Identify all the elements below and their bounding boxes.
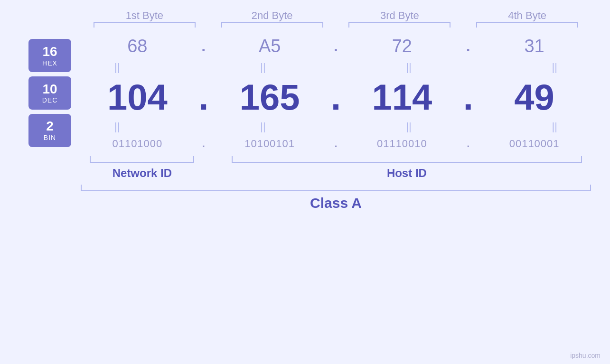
hex-dot3: . xyxy=(459,37,478,55)
eq2-dot1 xyxy=(154,121,227,133)
dec-row: 104 . 165 . 114 . 49 xyxy=(81,75,591,120)
bin-base-label: BIN xyxy=(44,134,56,141)
eq1-dot1 xyxy=(154,61,227,74)
main-content-area: 16 HEX 10 DEC 2 BIN 68 . A5 xyxy=(19,32,591,154)
bracket-b3 xyxy=(336,22,464,28)
bracket-top-b4 xyxy=(476,22,578,28)
dec-dot3: . xyxy=(459,76,478,118)
bin-b4: 00110001 xyxy=(478,138,591,150)
hex-dot2: . xyxy=(327,37,346,55)
bin-b1: 01101000 xyxy=(81,138,194,150)
eq2-b1: || xyxy=(81,121,154,133)
bin-dot1: . xyxy=(194,138,213,150)
dec-b4: 49 xyxy=(478,79,591,115)
network-id-label: Network ID xyxy=(113,167,172,179)
dec-b2: 165 xyxy=(213,79,327,115)
bracket-top-b3 xyxy=(348,22,450,28)
byte3-header: 3rd Byte xyxy=(336,9,464,22)
class-bracket xyxy=(81,185,591,191)
eq2-b4: || xyxy=(518,121,591,133)
byte-headers-row: 1st Byte 2nd Byte 3rd Byte 4th Byte xyxy=(19,9,591,22)
bottom-brackets-section: Network ID Host ID xyxy=(19,156,591,180)
dec-dot2: . xyxy=(327,76,346,118)
bin-b2: 10100101 xyxy=(213,138,327,150)
byte4-header: 4th Byte xyxy=(463,9,591,22)
host-bracket-container xyxy=(223,156,591,163)
top-brackets-row xyxy=(19,22,591,28)
bin-row: 01101000 . 10100101 . 01110010 . 0011000… xyxy=(81,134,591,154)
dec-base-num: 10 xyxy=(42,82,57,97)
bracket-b4 xyxy=(463,22,591,28)
watermark: ipshu.com xyxy=(570,352,601,359)
network-bracket-container xyxy=(81,156,204,163)
bin-b3: 01110010 xyxy=(346,138,459,150)
bin-dot3: . xyxy=(459,138,478,150)
eq1-b4: || xyxy=(518,61,591,74)
class-label: Class A xyxy=(81,195,591,211)
eq1-b2: || xyxy=(226,61,300,74)
hex-b1: 68 xyxy=(81,36,194,56)
host-bracket xyxy=(232,156,582,163)
eq2-b2: || xyxy=(226,121,300,133)
hex-b2: A5 xyxy=(213,36,327,56)
hex-b4: 31 xyxy=(478,36,591,56)
equals-row-1: || || || || xyxy=(81,60,591,75)
hex-badge: 16 HEX xyxy=(28,39,71,72)
values-area: 68 . A5 . 72 . 31 || || xyxy=(81,32,591,154)
spacer1 xyxy=(204,156,223,163)
bracket-b2 xyxy=(208,22,336,28)
spacer2 xyxy=(204,167,223,180)
eq1-b3: || xyxy=(372,61,445,74)
host-id-label: Host ID xyxy=(387,167,427,179)
network-id-label-wrapper: Network ID xyxy=(81,167,204,180)
dec-badge: 10 DEC xyxy=(28,76,71,110)
bracket-top-b1 xyxy=(94,22,196,28)
eq1-dot3 xyxy=(445,61,518,74)
hex-row: 68 . A5 . 72 . 31 xyxy=(81,32,591,60)
main-container: 1st Byte 2nd Byte 3rd Byte 4th Byte 16 H… xyxy=(0,0,610,364)
equals-row-2: || || || || xyxy=(81,120,591,134)
bracket-top-b2 xyxy=(221,22,323,28)
bin-dot2: . xyxy=(327,138,346,150)
hex-base-num: 16 xyxy=(42,45,57,59)
host-id-label-wrapper: Host ID xyxy=(223,167,591,180)
hex-b3: 72 xyxy=(346,36,459,56)
dec-dot1: . xyxy=(194,76,213,118)
bin-base-num: 2 xyxy=(46,119,54,134)
base-labels-column: 16 HEX 10 DEC 2 BIN xyxy=(19,32,81,154)
bottom-brackets-row xyxy=(81,156,591,163)
byte1-header: 1st Byte xyxy=(81,9,208,22)
hex-base-label: HEX xyxy=(42,59,57,67)
eq1-b1: || xyxy=(81,61,154,74)
eq2-dot2 xyxy=(300,121,373,133)
eq1-dot2 xyxy=(300,61,373,74)
dec-base-label: DEC xyxy=(42,96,58,104)
bin-badge: 2 BIN xyxy=(28,114,71,147)
dec-b1: 104 xyxy=(81,79,194,115)
hex-dot1: . xyxy=(194,37,213,55)
byte2-header: 2nd Byte xyxy=(208,9,336,22)
id-labels-row: Network ID Host ID xyxy=(81,167,591,180)
eq2-b3: || xyxy=(372,121,445,133)
network-bracket xyxy=(90,156,194,163)
class-section: Class A xyxy=(19,185,591,211)
bracket-b1 xyxy=(81,22,208,28)
eq2-dot3 xyxy=(445,121,518,133)
dec-b3: 114 xyxy=(346,79,459,115)
